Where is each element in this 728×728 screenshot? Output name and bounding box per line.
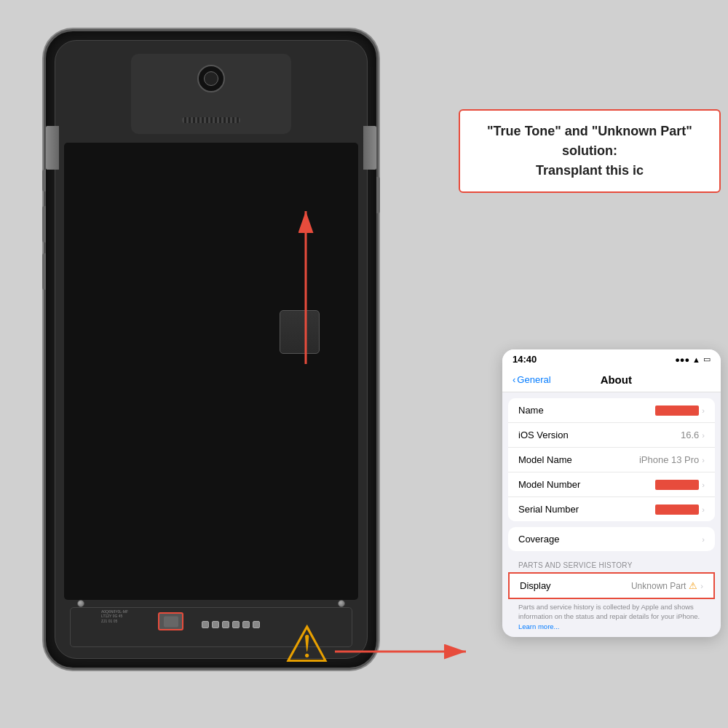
unknown-part-text: Unknown Part bbox=[631, 581, 686, 591]
ic-chip-inner bbox=[164, 616, 178, 627]
bracket-left bbox=[46, 126, 59, 170]
serial-number-chevron-icon: › bbox=[702, 505, 705, 514]
ios-version-chevron-icon: › bbox=[702, 431, 705, 440]
status-time: 14:40 bbox=[513, 354, 537, 365]
battery-icon: ▭ bbox=[703, 355, 711, 364]
serial-number-value: › bbox=[655, 505, 705, 515]
top-module bbox=[131, 54, 291, 134]
display-label: Display bbox=[520, 580, 551, 591]
display-chevron-icon: › bbox=[700, 582, 703, 590]
power-button bbox=[376, 177, 380, 213]
speaker-grill bbox=[182, 117, 240, 123]
status-bar: 14:40 ●●● ▲ ▭ bbox=[502, 349, 721, 369]
model-name-label: Model Name bbox=[518, 454, 572, 465]
ios-version-value: 16.6 › bbox=[681, 430, 705, 440]
name-label: Name bbox=[518, 405, 544, 416]
back-button[interactable]: ‹ General bbox=[513, 374, 551, 385]
pads-row bbox=[202, 621, 260, 628]
model-number-redacted-bar bbox=[655, 480, 699, 490]
callout-box: "True Tone" and "Unknown Part" solution:… bbox=[459, 109, 721, 193]
callout-line1: "True Tone" and "Unknown Part" solution: bbox=[473, 122, 706, 161]
ic-chip bbox=[158, 612, 183, 630]
ios-version-label: iOS Version bbox=[518, 430, 569, 440]
model-number-label: Model Number bbox=[518, 479, 580, 490]
nav-bar: ‹ General About bbox=[502, 369, 721, 392]
bracket-right bbox=[363, 126, 376, 170]
screw-2 bbox=[338, 600, 345, 607]
signal-dots-icon: ●●● bbox=[675, 355, 689, 364]
pad-1 bbox=[202, 621, 209, 628]
model-name-value: iPhone 13 Pro › bbox=[639, 454, 705, 465]
chevron-left-icon: ‹ bbox=[513, 374, 515, 385]
service-description-text: Parts and service history is collected b… bbox=[518, 603, 700, 620]
model-number-chevron-icon: › bbox=[702, 480, 705, 489]
phone-container: ØGTL PARTS bbox=[22, 29, 400, 684]
camera-lens-inner bbox=[204, 71, 218, 86]
ios-version-row[interactable]: iOS Version 16.6 › bbox=[508, 423, 715, 448]
back-label: General bbox=[517, 374, 550, 385]
service-description: Parts and service history is collected b… bbox=[508, 599, 715, 637]
settings-rows-group1: Name › iOS Version 16.6 › Model Name iPh… bbox=[508, 398, 715, 521]
phone-body: ØGTL PARTS bbox=[44, 29, 379, 670]
model-name-row[interactable]: Model Name iPhone 13 Pro › bbox=[508, 448, 715, 472]
model-name-chevron-icon: › bbox=[702, 456, 705, 464]
pad-6 bbox=[253, 621, 260, 628]
serial-number-label: Serial Number bbox=[518, 504, 579, 515]
callout-line2: Transplant this ic bbox=[473, 161, 706, 181]
coverage-row[interactable]: Coverage › bbox=[508, 527, 715, 551]
ios-version-text: 16.6 bbox=[681, 430, 699, 440]
name-redacted-bar bbox=[655, 405, 699, 416]
phone-inner: ØGTL PARTS bbox=[55, 40, 368, 659]
screen-area bbox=[64, 143, 358, 600]
model-name-text: iPhone 13 Pro bbox=[639, 454, 699, 465]
name-row[interactable]: Name › bbox=[508, 398, 715, 423]
camera-lens bbox=[197, 65, 225, 92]
coverage-chevron-icon: › bbox=[702, 535, 705, 544]
arrow-to-settings bbox=[335, 630, 480, 673]
serial-number-row[interactable]: Serial Number › bbox=[508, 497, 715, 521]
wifi-icon: ▲ bbox=[692, 355, 700, 364]
warning-icon: ⚠ bbox=[689, 580, 697, 591]
model-number-row[interactable]: Model Number › bbox=[508, 472, 715, 497]
service-header: PARTS AND SERVICE HISTORY bbox=[508, 557, 715, 572]
unknown-part-value: Unknown Part ⚠ › bbox=[631, 580, 703, 591]
name-value: › bbox=[655, 405, 705, 416]
volume-up-button bbox=[42, 206, 46, 242]
screw-1 bbox=[77, 600, 84, 607]
pcb-label: A0Q6N8Y0L-MFLT12Y 0G 45ZJ1 01 05 bbox=[101, 609, 128, 624]
pad-5 bbox=[242, 621, 250, 628]
status-icons: ●●● ▲ ▭ bbox=[675, 355, 711, 364]
service-section: PARTS AND SERVICE HISTORY Display Unknow… bbox=[502, 557, 721, 637]
flex-cable bbox=[280, 310, 320, 354]
pad-3 bbox=[222, 621, 229, 628]
warning-triangle-center: ⚠ bbox=[284, 619, 330, 670]
serial-number-redacted-bar bbox=[655, 505, 699, 515]
model-number-value: › bbox=[655, 480, 705, 490]
name-chevron-icon: › bbox=[702, 406, 705, 415]
learn-more-link[interactable]: Learn more... bbox=[518, 622, 560, 630]
display-service-row[interactable]: Display Unknown Part ⚠ › bbox=[508, 572, 715, 599]
coverage-value: › bbox=[702, 535, 705, 544]
coverage-rows: Coverage › bbox=[508, 527, 715, 551]
pad-4 bbox=[232, 621, 240, 628]
mute-button bbox=[42, 170, 46, 191]
volume-down-button bbox=[42, 253, 46, 290]
coverage-label: Coverage bbox=[518, 534, 559, 545]
settings-panel: 14:40 ●●● ▲ ▭ ‹ General About Name › bbox=[502, 349, 721, 637]
nav-title: About bbox=[601, 373, 632, 386]
pad-2 bbox=[212, 621, 219, 628]
